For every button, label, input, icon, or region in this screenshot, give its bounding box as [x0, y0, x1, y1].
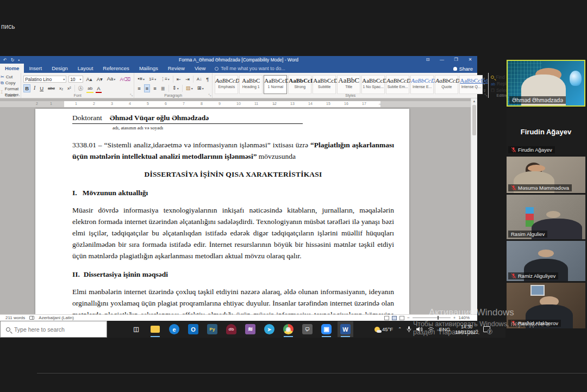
chrome-icon[interactable]: ◉: [283, 323, 294, 335]
word-count[interactable]: 211 words: [5, 315, 25, 320]
numbering-button[interactable]: 1≡▾: [148, 76, 157, 83]
language-status[interactable]: Azerbaijani (Latin): [39, 315, 73, 320]
print-layout-icon[interactable]: [392, 316, 397, 320]
superscript-button[interactable]: x²: [66, 85, 72, 92]
style-card-intense-e-[interactable]: AaBbCcDIntense E...: [410, 75, 434, 94]
multilevel-list-button[interactable]: ⋮≡▾: [159, 76, 171, 83]
style-card-emphasis[interactable]: AaBbCcDEmphasis: [215, 75, 238, 94]
vertical-scrollbar[interactable]: ▲: [471, 98, 477, 314]
bold-button[interactable]: B: [23, 84, 30, 92]
horizontal-ruler[interactable]: 211234567891011121314151617⌂⌂: [0, 101, 471, 107]
cut-button[interactable]: ✂ Cut: [1, 74, 18, 80]
style-card-intense-q-[interactable]: AaBbCcDdIntense Q...: [459, 75, 483, 94]
participant-tile-2[interactable]: Firudin AğayevFirudin Ağayev: [507, 108, 585, 155]
zoom-in-icon[interactable]: +: [453, 315, 456, 320]
participant-tile-5[interactable]: Ramiz Aliguliyev: [507, 241, 585, 281]
gallery-more-icon[interactable]: ⊽: [483, 89, 485, 92]
taskbar-search[interactable]: [0, 321, 107, 338]
font-name-combobox[interactable]: Palatino Lino ▾: [23, 76, 66, 83]
zoom-out-icon[interactable]: −: [407, 315, 410, 320]
tab-mailings[interactable]: Mailings: [134, 64, 163, 73]
cortana-icon[interactable]: ○: [111, 323, 123, 335]
justify-button[interactable]: ≣: [160, 85, 166, 92]
data-tool-app-icon[interactable]: ≋: [245, 323, 256, 335]
zoom-app-icon[interactable]: ▣: [321, 323, 332, 335]
tell-me-box[interactable]: Tell me what you want to do...: [210, 64, 290, 73]
change-case-button[interactable]: Aa▾: [106, 75, 117, 83]
database-app-icon[interactable]: db: [226, 323, 237, 335]
chat-app-icon[interactable]: 🗩: [302, 323, 313, 335]
style-card-1-normal[interactable]: AaBbCcDd1 Normal: [264, 75, 287, 94]
microphone-icon[interactable]: [407, 326, 411, 333]
minimize-icon[interactable]: —: [435, 56, 449, 64]
copy-button[interactable]: ⧉ Copy: [1, 80, 18, 86]
proofing-icon[interactable]: [29, 316, 34, 320]
style-card-subtle-em-[interactable]: AaBbCcDSubtle Em...: [386, 75, 409, 94]
zoom-slider[interactable]: [413, 318, 451, 318]
search-input[interactable]: [14, 326, 96, 333]
web-layout-icon[interactable]: [399, 316, 404, 320]
font-size-combobox[interactable]: 10 ▾: [68, 76, 83, 83]
align-center-button[interactable]: ≡: [144, 84, 151, 92]
decrease-indent-button[interactable]: ⇤: [176, 76, 182, 83]
tab-review[interactable]: Review: [163, 64, 190, 73]
speaker-icon[interactable]: [416, 326, 423, 332]
shrink-font-button[interactable]: A▾: [96, 76, 104, 83]
italic-button[interactable]: I: [33, 85, 36, 92]
participant-tile-3[interactable]: Məsumə Məmmədova: [507, 157, 585, 193]
borders-button[interactable]: ⊞▾: [196, 84, 205, 92]
right-indent-marker[interactable]: ⌂: [379, 102, 381, 105]
tab-view[interactable]: View: [190, 64, 210, 73]
shading-button[interactable]: ▨▾: [185, 84, 194, 92]
style-card-strong[interactable]: AaBbCcDStrong: [288, 75, 311, 94]
highlight-color-button[interactable]: ab: [86, 85, 93, 92]
tab-references[interactable]: References: [98, 64, 134, 73]
read-mode-icon[interactable]: [384, 316, 389, 320]
underline-button[interactable]: U: [39, 85, 45, 92]
document-page[interactable]: DoktorantƏhməd Vüqar oğlu Əhmədzadə adı,…: [35, 109, 409, 314]
tab-layout[interactable]: Layout: [73, 64, 98, 73]
show-paragraph-marks-button[interactable]: ¶: [205, 76, 210, 83]
participant-tile-1[interactable]: Əhməd Əhmədzadə: [507, 60, 585, 107]
strikethrough-button[interactable]: abc: [47, 85, 56, 92]
restore-icon[interactable]: ❐: [449, 56, 463, 64]
indent-marker[interactable]: ⌂: [273, 102, 276, 105]
zoom-level[interactable]: 140%: [459, 315, 470, 320]
sort-button[interactable]: A↓: [196, 76, 203, 83]
outlook-icon[interactable]: O: [188, 323, 199, 335]
file-explorer-icon[interactable]: [149, 323, 161, 335]
python-app-icon[interactable]: Py: [207, 323, 218, 335]
style-card-1-no-spac-[interactable]: AaBbCcDd1 No Spac...: [361, 75, 385, 94]
gallery-down-icon[interactable]: ▾: [483, 82, 485, 86]
tab-home[interactable]: Home: [0, 64, 24, 73]
close-icon[interactable]: ✕: [463, 56, 477, 64]
paragraph-dialog-launcher-icon[interactable]: ⤡: [208, 94, 211, 97]
tab-design[interactable]: Design: [47, 64, 73, 73]
grow-font-button[interactable]: A▴: [85, 76, 93, 83]
hidden-icons-chevron-icon[interactable]: ⌃: [398, 327, 402, 332]
text-effects-button[interactable]: Ⓐ: [77, 85, 85, 92]
weather-widget[interactable]: 45°F: [374, 326, 393, 332]
clipboard-dialog-launcher-icon[interactable]: ⤡: [17, 94, 20, 97]
gallery-up-icon[interactable]: ▴: [483, 76, 485, 79]
font-dialog-launcher-icon[interactable]: ⤡: [130, 94, 133, 97]
align-left-button[interactable]: ≡: [136, 85, 142, 92]
style-card-heading-1[interactable]: AaBbCHeading 1: [239, 75, 263, 94]
clear-formatting-button[interactable]: A⌫: [118, 76, 132, 83]
style-card-quote[interactable]: AaBbCcDdQuote: [435, 75, 458, 94]
subscript-button[interactable]: x₂: [58, 85, 64, 92]
scroll-up-icon[interactable]: ▲: [471, 98, 477, 104]
bullets-button[interactable]: •≡▾: [136, 75, 146, 83]
language-indicator[interactable]: ENG: [439, 326, 451, 332]
task-view-icon[interactable]: ◫: [130, 323, 142, 335]
align-right-button[interactable]: ≡: [152, 85, 158, 92]
ribbon-display-options-icon[interactable]: ⊡: [421, 56, 435, 64]
style-card-title[interactable]: AaBbCTitle: [337, 75, 360, 94]
word-app-icon[interactable]: W: [340, 323, 351, 335]
share-button[interactable]: Share: [453, 66, 473, 72]
line-spacing-button[interactable]: ⇕▾: [171, 84, 180, 92]
edge-icon[interactable]: e: [168, 323, 180, 335]
tab-insert[interactable]: Insert: [24, 64, 47, 73]
participant-tile-4[interactable]: Rasim Alguliev: [507, 195, 585, 239]
telegram-icon[interactable]: ➤: [264, 323, 275, 335]
